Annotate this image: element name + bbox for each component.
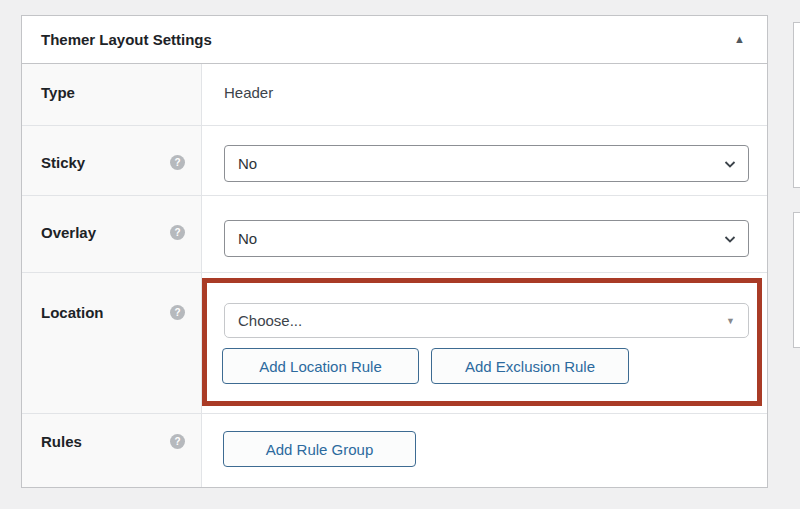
add-location-rule-button[interactable]: Add Location Rule bbox=[222, 348, 419, 384]
adjacent-panel-top bbox=[793, 22, 800, 188]
rules-help-icon[interactable]: ? bbox=[170, 434, 185, 449]
location-choose-select[interactable]: Choose... ▼ bbox=[224, 303, 749, 338]
location-select-value: Choose... bbox=[238, 312, 302, 329]
page-background: { "panel": { "title": "Themer Layout Set… bbox=[0, 0, 800, 509]
settings-row-type: Type Header bbox=[22, 64, 767, 126]
chevron-down-icon bbox=[722, 156, 738, 172]
rules-label: Rules bbox=[41, 433, 82, 451]
overlay-help-icon[interactable]: ? bbox=[170, 225, 185, 240]
select-arrow-down-icon: ▼ bbox=[726, 315, 735, 327]
overlay-select[interactable]: No bbox=[224, 220, 749, 257]
overlay-label: Overlay bbox=[41, 224, 96, 242]
add-rule-group-button[interactable]: Add Rule Group bbox=[223, 431, 416, 467]
type-label-cell: Type bbox=[22, 64, 202, 125]
location-buttons-group: Add Location Rule Add Exclusion Rule bbox=[222, 348, 629, 384]
location-label-cell: Location ? bbox=[22, 273, 202, 413]
sticky-label-cell: Sticky ? bbox=[22, 126, 202, 195]
sticky-select-value: No bbox=[238, 155, 257, 172]
overlay-label-cell: Overlay ? bbox=[22, 196, 202, 272]
rules-field-cell: Add Rule Group bbox=[202, 414, 767, 487]
settings-row-overlay: Overlay ? No bbox=[22, 196, 767, 273]
themer-layout-settings-panel: Themer Layout Settings ▲ Type Header Sti… bbox=[21, 15, 768, 488]
settings-row-sticky: Sticky ? No bbox=[22, 126, 767, 196]
sticky-help-icon[interactable]: ? bbox=[170, 155, 185, 170]
type-value: Header bbox=[224, 84, 273, 102]
location-help-icon[interactable]: ? bbox=[170, 305, 185, 320]
sticky-field-cell: No bbox=[202, 126, 767, 195]
type-label: Type bbox=[41, 84, 75, 102]
panel-title: Themer Layout Settings bbox=[41, 31, 212, 48]
location-field-cell: Choose... ▼ Add Location Rule Add Exclus… bbox=[202, 273, 767, 413]
adjacent-panel-bottom bbox=[793, 212, 800, 348]
settings-row-rules: Rules ? Add Rule Group bbox=[22, 414, 767, 487]
add-exclusion-rule-button[interactable]: Add Exclusion Rule bbox=[431, 348, 629, 384]
overlay-select-value: No bbox=[238, 230, 257, 247]
chevron-down-icon bbox=[722, 231, 738, 247]
collapse-up-icon: ▲ bbox=[734, 33, 745, 45]
settings-row-location: Location ? Choose... ▼ Add Location Rule… bbox=[22, 273, 767, 414]
location-label: Location bbox=[41, 304, 104, 322]
collapse-toggle-button[interactable]: ▲ bbox=[728, 32, 751, 47]
type-value-cell: Header bbox=[202, 64, 767, 125]
panel-header: Themer Layout Settings ▲ bbox=[22, 16, 767, 64]
overlay-field-cell: No bbox=[202, 196, 767, 272]
sticky-select[interactable]: No bbox=[224, 145, 749, 182]
rules-label-cell: Rules ? bbox=[22, 414, 202, 487]
sticky-label: Sticky bbox=[41, 154, 85, 172]
